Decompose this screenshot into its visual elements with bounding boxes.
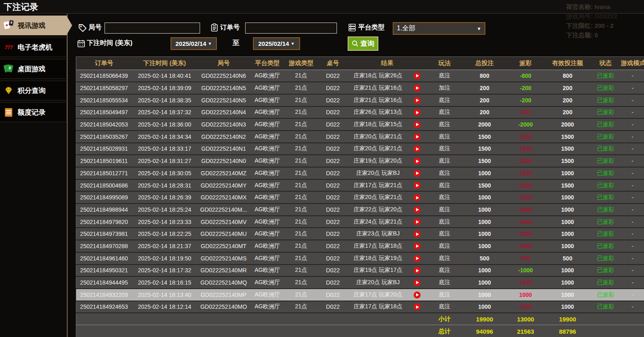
order-id-cell: 250214184970288: [76, 240, 132, 252]
date-from-picker[interactable]: 2025/02/14 ▼: [171, 37, 217, 50]
bet-time-cell: 2025-02-14 18:34:34: [132, 131, 198, 143]
subtotal-row: 小计 19900 13000 19900: [76, 313, 644, 325]
play-cell: [408, 191, 426, 204]
play-video-button[interactable]: [414, 133, 421, 140]
play-video-button[interactable]: [414, 145, 421, 152]
valid-bet-cell: 1000: [545, 276, 590, 289]
platform-cell: AG欧洲厅: [250, 94, 285, 106]
play-video-button[interactable]: [414, 243, 421, 250]
valid-bet-cell: 1500: [545, 143, 590, 155]
play-video-button[interactable]: [414, 206, 421, 213]
result-cell: 庄家18点 玩家19点: [348, 252, 408, 265]
play-video-button[interactable]: [414, 121, 421, 128]
platform-type-label: 平台类型: [358, 23, 385, 32]
play-cell: [408, 240, 426, 252]
sidebar-item-table-games[interactable]: 桌面游戏: [0, 59, 67, 79]
sidebar-item-points-query[interactable]: 积分查询: [0, 81, 67, 100]
valid-bet-cell: 1500: [545, 179, 590, 192]
result-cell: 庄家26点 玩家13点: [348, 106, 408, 119]
play-video-button[interactable]: [414, 218, 421, 225]
play-video-button[interactable]: [414, 231, 421, 237]
record-row[interactable]: 2502141850555342025-02-14 18:38:35GD0222…: [76, 94, 644, 106]
order-id-cell: 250214184924653: [76, 301, 132, 313]
order-id-input[interactable]: [245, 23, 337, 34]
total-bet-cell: 1500: [463, 143, 506, 155]
play-video-button[interactable]: [414, 158, 421, 165]
record-row[interactable]: 2502141849322092025-02-14 18:13:40GD0222…: [76, 289, 644, 301]
bet-time-cell: 2025-02-14 18:36:00: [132, 118, 198, 131]
order-id-cell: 250214185028931: [76, 143, 132, 155]
result-cell: 庄家18点 玩家26点: [348, 70, 408, 82]
play-video-button[interactable]: [414, 279, 421, 286]
play-video-button[interactable]: [414, 292, 421, 299]
chevron-down-icon: ▼: [291, 41, 295, 46]
play-video-button[interactable]: [414, 72, 421, 79]
sidebar-item-slots[interactable]: 777 电子老虎机: [0, 37, 67, 57]
record-row[interactable]: 2502141849889442025-02-14 18:25:24GD0222…: [76, 204, 644, 216]
play-cell: [408, 228, 426, 240]
record-row[interactable]: 2502141849702882025-02-14 18:21:37GD0222…: [76, 240, 644, 252]
date-to-picker[interactable]: 2025/02/14 ▼: [253, 37, 300, 50]
play-video-button[interactable]: [414, 97, 421, 104]
order-id-cell: 250214184944495: [76, 276, 132, 289]
valid-bet-cell: 1000: [545, 191, 590, 204]
record-row[interactable]: 2502141850352672025-02-14 18:34:34GD0222…: [76, 131, 644, 143]
status-cell: 已派彩: [590, 301, 621, 313]
game-mode-cell: -: [621, 106, 644, 119]
search-button[interactable]: 查询: [348, 36, 378, 51]
record-row[interactable]: 2502141850046862025-02-14 18:28:31GD0222…: [76, 179, 644, 192]
bet-time-cell: 2025-02-14 18:21:37: [132, 240, 198, 252]
record-row[interactable]: 2502141849614602025-02-14 18:19:50GD0222…: [76, 252, 644, 265]
total-valid: 88796: [545, 325, 590, 337]
record-row[interactable]: 2502141850664392025-02-14 18:40:41GD0222…: [76, 70, 644, 82]
record-row[interactable]: 2502141850494972025-02-14 18:37:32GD0222…: [76, 106, 644, 119]
round-id-cell: GD022252140MZ: [198, 167, 250, 179]
play-video-button[interactable]: [414, 182, 421, 189]
total-bet-cell: 200: [463, 82, 506, 94]
order-id-cell: 250214185035267: [76, 131, 132, 143]
record-row[interactable]: 2502141849798202025-02-14 18:23:33GD0222…: [76, 216, 644, 228]
play-video-button[interactable]: [414, 255, 421, 262]
record-row[interactable]: 2502141850196112025-02-14 18:31:27GD0222…: [76, 155, 644, 167]
order-id-cell: 250214185066439: [76, 70, 132, 82]
table-no-cell: D022: [318, 131, 348, 143]
record-row[interactable]: 2502141849444952025-02-14 18:16:15GD0222…: [76, 276, 644, 289]
col-platform: 平台类型: [250, 57, 285, 70]
play-cell: [408, 82, 426, 94]
record-row[interactable]: 2502141849739812025-02-14 18:22:25GD0222…: [76, 228, 644, 240]
record-row[interactable]: 2502141849246532025-02-14 18:12:14GD0222…: [76, 301, 644, 313]
platform-type-select[interactable]: 1.全部 ▼: [393, 22, 485, 35]
play-cell: [408, 216, 426, 228]
record-row[interactable]: 2502141850289312025-02-14 18:33:17GD0222…: [76, 143, 644, 155]
col-game-mode: 游戏模式: [621, 57, 644, 70]
record-row[interactable]: 2502141850582972025-02-14 18:39:09GD0222…: [76, 82, 644, 94]
total-bet-cell: 1000: [463, 240, 506, 252]
play-video-button[interactable]: [414, 194, 421, 201]
game-mode-cell: -: [621, 94, 644, 106]
order-id-cell: 250214185019611: [76, 155, 132, 167]
platform-cell: AG欧洲厅: [250, 70, 285, 82]
bet-time-cell: 2025-02-14 18:19:50: [132, 252, 198, 265]
play-cell: [408, 94, 426, 106]
search-button-label: 查询: [360, 39, 374, 48]
date-from-value: 2025/02/14: [175, 40, 206, 47]
payout-cell: 1000: [506, 289, 545, 301]
record-row[interactable]: 2502141850127712025-02-14 18:30:05GD0222…: [76, 167, 644, 179]
record-row[interactable]: 2502141849503212025-02-14 18:17:32GD0222…: [76, 265, 644, 277]
play-video-button[interactable]: [414, 85, 421, 92]
platform-cell: AG欧洲厅: [250, 204, 285, 216]
round-id-input[interactable]: [105, 23, 200, 34]
record-row[interactable]: 2502141850420532025-02-14 18:36:00GD0222…: [76, 118, 644, 131]
table-no-cell: D022: [318, 70, 348, 82]
sidebar-item-video-games[interactable]: ♥9 视讯游戏: [0, 16, 67, 35]
sidebar-item-credit-records[interactable]: 额度记录: [0, 102, 67, 122]
play-video-button[interactable]: [414, 170, 421, 177]
play-video-button[interactable]: [414, 303, 421, 310]
record-row[interactable]: 2502141849950892025-02-14 18:26:39GD0222…: [76, 191, 644, 204]
play-type-cell: 底注: [426, 204, 463, 216]
table-no-cell: D022: [318, 179, 348, 192]
game-type-cell: 21点: [285, 191, 318, 204]
result-cell: 庄家17点 玩家20点: [348, 289, 408, 301]
play-video-button[interactable]: [414, 109, 421, 116]
play-video-button[interactable]: [414, 267, 421, 274]
